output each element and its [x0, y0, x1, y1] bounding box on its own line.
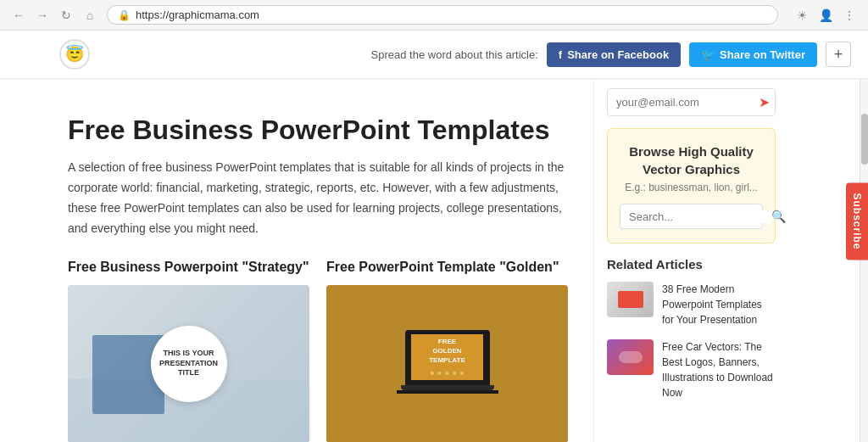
- menu-button[interactable]: ⋮: [839, 5, 860, 25]
- strategy-image: THIS IS YOUR PRESENTATION TITLE: [68, 285, 309, 442]
- strategy-badge-line3: TITLE: [178, 368, 199, 377]
- browse-box: Browse High Quality Vector Graphics E.g.…: [607, 128, 776, 243]
- browser-actions: ☀ 👤 ⋮: [792, 5, 860, 25]
- address-bar[interactable]: 🔒 https://graphicmama.com: [107, 5, 778, 25]
- browser-chrome: ← → ↻ ⌂ 🔒 https://graphicmama.com ☀ 👤 ⋮: [0, 0, 868, 31]
- refresh-button[interactable]: ↻: [56, 5, 76, 25]
- strategy-badge-line2: PRESENTATION: [159, 359, 218, 367]
- email-input-area: ➤: [607, 88, 776, 116]
- subscribe-tab[interactable]: Subscribe: [846, 182, 868, 260]
- profile-button[interactable]: 👤: [815, 5, 836, 25]
- laptop-bottom: [397, 390, 498, 394]
- plus-icon: +: [834, 46, 843, 64]
- strategy-title: Free Business Powerpoint "Strategy": [68, 260, 309, 275]
- url-text: https://graphicmama.com: [136, 8, 259, 21]
- logo-area: 😇: [59, 39, 90, 70]
- lock-icon: 🔒: [118, 9, 131, 21]
- search-button[interactable]: 🔍: [771, 210, 786, 223]
- related-article-thumb-2: [607, 339, 654, 375]
- laptop-screen-content: FREE GOLDEN TEMPLATE ■ ■ ■ ■ ■: [411, 334, 483, 380]
- share-area: Spread the word about this article: f Sh…: [371, 42, 851, 67]
- golden-line1: FREE: [438, 337, 456, 346]
- strategy-badge-line1: THIS IS YOUR: [164, 349, 214, 357]
- search-input[interactable]: [629, 210, 771, 223]
- share-prompt: Spread the word about this article:: [371, 48, 538, 61]
- article-title: Free Business PowerPoint Templates: [68, 114, 568, 146]
- home-button[interactable]: ⌂: [80, 5, 100, 25]
- facebook-icon: f: [559, 48, 562, 61]
- golden-line2: GOLDEN: [432, 346, 461, 355]
- twitter-icon: 🐦: [701, 48, 715, 61]
- strategy-template-col: Free Business Powerpoint "Strategy" THIS…: [68, 260, 309, 417]
- template-sections: Free Business Powerpoint "Strategy" THIS…: [68, 260, 568, 417]
- sidebar: ➤ Browse High Quality Vector Graphics E.…: [593, 80, 788, 442]
- back-button[interactable]: ←: [8, 5, 29, 25]
- email-input[interactable]: [616, 96, 759, 109]
- related-article-thumb-1: [607, 282, 654, 317]
- send-icon[interactable]: ➤: [759, 94, 770, 110]
- related-articles: Related Articles 38 Free Modern Powerpoi…: [607, 257, 776, 400]
- laptop-shape: FREE GOLDEN TEMPLATE ■ ■ ■ ■ ■: [397, 330, 498, 398]
- related-article-text-2[interactable]: Free Car Vectors: The Best Logos, Banner…: [662, 339, 776, 400]
- related-articles-title: Related Articles: [607, 257, 776, 271]
- forward-button[interactable]: →: [32, 5, 53, 25]
- golden-image: FREE GOLDEN TEMPLATE ■ ■ ■ ■ ■: [326, 285, 568, 442]
- golden-line3: TEMPLATE: [429, 355, 465, 365]
- browse-box-subtitle: E.g.: businessman, lion, girl...: [620, 182, 763, 193]
- related-article-item-2[interactable]: Free Car Vectors: The Best Logos, Banner…: [607, 339, 776, 400]
- scrollbar[interactable]: [860, 80, 868, 442]
- laptop-screen: FREE GOLDEN TEMPLATE ■ ■ ■ ■ ■: [405, 330, 490, 385]
- related-article-text-1[interactable]: 38 Free Modern Powerpoint Templates for …: [662, 282, 776, 327]
- scrollbar-thumb[interactable]: [861, 114, 868, 165]
- browse-box-title: Browse High Quality Vector Graphics: [620, 143, 763, 178]
- add-share-button[interactable]: +: [826, 42, 851, 67]
- article-intro: A selection of free business PowerPoint …: [68, 158, 568, 238]
- strategy-badge: THIS IS YOUR PRESENTATION TITLE: [151, 326, 227, 402]
- logo-icon: 😇: [59, 39, 90, 70]
- share-facebook-button[interactable]: f Share on Facebook: [547, 42, 681, 67]
- nav-buttons: ← → ↻ ⌂: [8, 5, 100, 25]
- golden-title: Free PowerPoint Template "Golden": [326, 260, 568, 275]
- extensions-button[interactable]: ☀: [792, 5, 812, 25]
- share-twitter-button[interactable]: 🐦 Share on Twitter: [689, 42, 817, 67]
- main-content: Free Business PowerPoint Templates A sel…: [0, 80, 593, 442]
- search-box: 🔍: [620, 204, 763, 229]
- golden-template-col: Free PowerPoint Template "Golden" FREE G…: [326, 260, 568, 417]
- related-article-item-1[interactable]: 38 Free Modern Powerpoint Templates for …: [607, 282, 776, 327]
